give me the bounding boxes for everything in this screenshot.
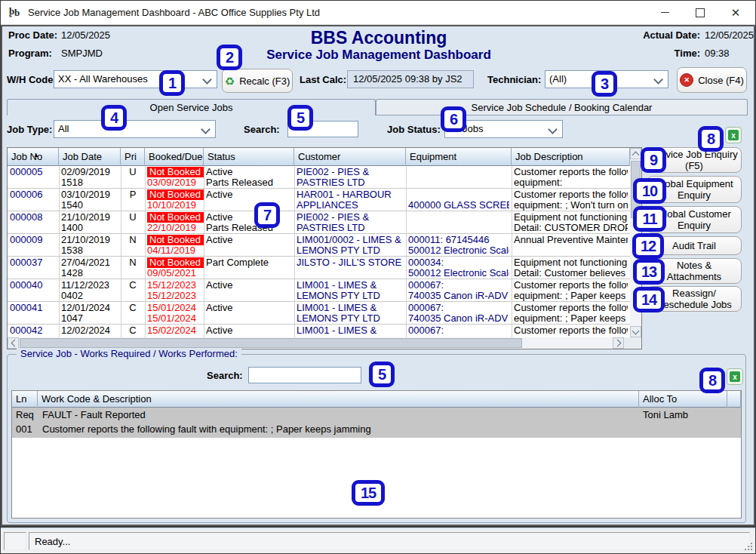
column-header-job-date[interactable]: Job Date [59, 148, 121, 166]
job-type-select[interactable]: All [54, 120, 216, 138]
app-icon-glyph3: s [9, 11, 12, 19]
cell-priority-line1: C [123, 325, 143, 336]
export-excel-button-bottom[interactable]: x [727, 368, 743, 385]
table-row[interactable]: 00004112/01/20241047C15/01/202415/01/202… [8, 302, 630, 325]
works-column-header-ln[interactable]: Ln [12, 391, 38, 408]
table-row[interactable]: 00000502/09/20191518UNot Booked03/09/201… [8, 166, 630, 189]
cell-status-line1: Active [206, 303, 292, 313]
table-row[interactable]: 00000821/10/20191400UNot Booked22/10/201… [8, 211, 630, 234]
cell-equipment-line1 [408, 189, 509, 200]
works-column-header-alloc-to[interactable]: Alloc To [639, 391, 727, 408]
works-column-header-work-code-description[interactable]: Work Code & Description [38, 391, 639, 408]
cell-status-line2: Parts Released [206, 177, 292, 188]
callout-badge-2: 2 [217, 45, 242, 70]
cell-job-description-line2: equipment: ; Won't turn on [514, 200, 628, 211]
chevron-down-icon [548, 125, 558, 134]
close-icon: ✕ [731, 6, 741, 20]
cell-customer: PIE002 - PIES &PASTRIES LTD [294, 166, 406, 189]
column-header-priority[interactable]: Pri [121, 148, 145, 166]
cell-job-no-line1: 000005 [10, 167, 57, 177]
last-calc-value: 12/05/2025 09:38 by JS2 [347, 70, 474, 88]
actual-date-label: Actual Date: [638, 29, 700, 41]
column-header-customer[interactable]: Customer [294, 148, 406, 166]
cell-job-no[interactable]: 000041 [8, 302, 59, 325]
column-header-booked-due[interactable]: Booked/Due [145, 148, 204, 166]
excel-icon: x [728, 130, 739, 140]
cell-job-date: 11/12/20230402 [59, 279, 121, 302]
cell-status-line2 [206, 268, 292, 279]
recalc-button[interactable]: ♻ Recalc (F3) [222, 69, 293, 93]
cell-job-no[interactable]: 000037 [8, 257, 59, 279]
minimize-button[interactable] [647, 1, 682, 24]
scroll-right-button[interactable] [613, 337, 624, 349]
works-legend: Service Job - Works Required / Works Per… [17, 348, 241, 359]
scroll-down-button[interactable] [630, 326, 641, 337]
horizontal-scrollbar[interactable] [8, 337, 624, 349]
works-cell-description: Customer reports the following fault wit… [42, 422, 637, 436]
window-divider [1, 526, 755, 528]
export-excel-button-top[interactable]: x [725, 127, 742, 143]
window-close-button[interactable]: ✕ [718, 1, 753, 24]
cell-customer: JILSTO - JILL'S STORE [294, 257, 406, 279]
job-status-label: Job Status: [387, 124, 441, 135]
cell-status-line1: Active [206, 167, 292, 177]
cell-equipment-line1: 000067: [408, 280, 509, 291]
cell-job-no[interactable]: 000008 [8, 211, 59, 234]
cell-customer-line1: HAR001 - HARBOUR [297, 189, 404, 200]
wh-code-select[interactable]: XX - All Warehouses [54, 70, 217, 88]
cell-job-description: Customer reports the followequipment: ; … [512, 279, 630, 302]
cell-job-no[interactable]: 000005 [8, 166, 59, 189]
cell-customer: LIM001 - LIMES &LEMONS PTY LTD [294, 302, 406, 325]
callout-badge-8: 8 [699, 368, 725, 393]
cell-job-no[interactable]: 000006 [8, 189, 59, 211]
cell-customer: LIM001 - LIMES & [294, 325, 406, 337]
app-icon: b b s [8, 5, 23, 20]
technician-label: Technician: [487, 74, 541, 85]
cell-booked-due: 15/02/2024 [145, 325, 204, 337]
close-circle-icon: ✕ [680, 73, 693, 87]
jobs-table-header: Job No▲Job DatePriBooked/DueStatusCustom… [8, 148, 630, 166]
table-row[interactable]: 00004212/02/2024 C15/02/2024 Active LIM0… [8, 325, 630, 337]
cell-booked-due: 15/12/202315/12/2023 [145, 279, 204, 302]
cell-priority: P [121, 189, 145, 211]
tab-open-service-jobs[interactable]: Open Service Jobs [7, 99, 376, 115]
resize-grip[interactable] [745, 543, 752, 550]
tab-schedule-calendar[interactable]: Service Job Schedule / Booking Calendar [376, 99, 748, 115]
maximize-button[interactable] [683, 1, 718, 24]
cell-job-no[interactable]: 000009 [8, 234, 59, 257]
cell-job-no[interactable]: 000042 [8, 325, 59, 337]
cell-booked-due-line2: 15/01/2024 [147, 313, 201, 324]
cell-status-line2 [206, 291, 292, 301]
cell-status-line2 [206, 313, 292, 324]
table-row[interactable]: 00000603/10/20191540PNot Booked10/10/201… [8, 189, 630, 211]
works-row[interactable]: ReqFAULT - Fault ReportedToni Lamb [12, 408, 741, 422]
cell-job-description-line1: Annual Preventive Maintena [514, 235, 628, 245]
horizontal-scroll-thumb[interactable] [20, 338, 522, 348]
works-search-input[interactable] [248, 367, 361, 383]
close-f4-button[interactable]: ✕ Close (F4) [677, 67, 747, 93]
cell-equipment: 400000 GLASS SCREEN [406, 189, 512, 211]
cell-equipment-line2: 500012 Electronic Scales [408, 268, 509, 279]
scroll-up-button[interactable] [630, 148, 641, 159]
minimize-icon [661, 12, 669, 13]
scroll-left-button[interactable] [8, 337, 19, 349]
works-row[interactable]: 001Customer reports the following fault … [12, 422, 741, 436]
cell-equipment: 000067:740035 Canon iR-ADV [406, 302, 512, 325]
column-header-equipment[interactable]: Equipment [406, 148, 512, 166]
table-row[interactable]: 00004011/12/20230402C15/12/202315/12/202… [8, 279, 630, 302]
cell-job-no[interactable]: 000040 [8, 279, 59, 302]
cell-customer-line2: LEMONS PTY LTD [297, 313, 404, 324]
app-icon-glyph2: b [14, 7, 20, 19]
table-row[interactable]: 00003727/04/20211428NNot Booked09/05/202… [8, 257, 630, 279]
column-header-job-description[interactable]: Job Description [512, 148, 630, 166]
table-row[interactable]: 00000921/10/20191538NNot Booked04/11/201… [8, 234, 630, 257]
cell-status-line1: Active [206, 325, 292, 336]
cell-equipment [406, 166, 512, 189]
cell-job-description-line2 [514, 245, 628, 256]
cell-booked-due-line1: Not Booked [147, 212, 204, 223]
cell-job-description-line1: Customer reports the follow [514, 325, 628, 336]
cell-priority-line1: U [123, 167, 143, 177]
works-cell-alloc-to: Toni Lamb [643, 408, 727, 422]
column-header-status[interactable]: Status [204, 148, 294, 166]
column-header-job-no[interactable]: Job No▲ [8, 148, 59, 166]
